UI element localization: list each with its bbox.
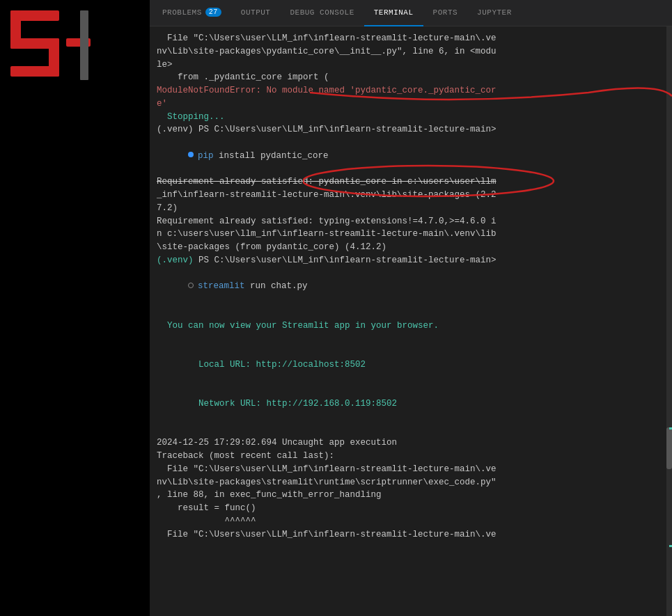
term-line-error: ModuleNotFoundError: No module named 'py…	[157, 84, 665, 97]
term-line-err1: 2024-12-25 17:29:02.694 Uncaught app exe…	[157, 436, 665, 450]
term-line-err6: result = func()	[157, 502, 665, 515]
term-line-streamlit-msg: You can now view your Streamlit app in y…	[157, 319, 665, 333]
term-line-req3: 7.2)	[157, 202, 665, 215]
filled-dot	[188, 152, 194, 157]
app-logo	[7, 7, 91, 104]
svg-rect-4	[10, 66, 59, 77]
term-line-err4: nv\Lib\site-packages\streamlit\runtime\s…	[157, 476, 665, 489]
tab-terminal[interactable]: TERMINAL	[364, 0, 423, 26]
term-line-err3: File "C:\Users\user\LLM_inf\inflearn-str…	[157, 463, 665, 476]
term-line-req5: n c:\users\user\llm_inf\inflearn-streaml…	[157, 228, 665, 241]
term-line-prompt2: (.venv) PS C:\Users\user\LLM_inf\inflear…	[157, 254, 665, 267]
term-line: le>	[157, 58, 665, 72]
term-line: File "C:\Users\user\LLM_inf\inflearn-str…	[157, 32, 665, 45]
tab-jupyter[interactable]: JUPYTER	[467, 0, 522, 26]
tab-debug-console[interactable]: DEBUG CONSOLE	[280, 0, 364, 26]
term-line-streamlit: streamlit run chat.py	[157, 267, 665, 306]
term-line-network-url: Network URL: http://192.168.0.119:8502	[157, 384, 665, 423]
term-line-requirement: Requirement already satisfied: pydantic_…	[157, 175, 665, 189]
term-line-err5: , line 88, in exec_func_with_error_handl…	[157, 489, 665, 502]
tab-label-debug: DEBUG CONSOLE	[290, 8, 354, 17]
term-line-err2: Traceback (most recent call last):	[157, 450, 665, 463]
term-line-req4: Requirement already satisfied: typing-ex…	[157, 215, 665, 228]
term-line-prompt1: (.venv) PS C:\Users\user\LLM_inf\inflear…	[157, 123, 665, 136]
empty-dot	[188, 283, 194, 288]
tab-label-terminal: TERMINAL	[374, 8, 414, 17]
term-line: nv\Lib\site-packages\pydantic_core\__ini…	[157, 45, 665, 58]
term-line-blank1	[157, 306, 665, 319]
tab-problems[interactable]: PROBLEMS 27	[153, 0, 231, 26]
svg-rect-6	[80, 10, 88, 80]
terminal-content[interactable]: File "C:\Users\user\LLM_inf\inflearn-str…	[150, 26, 672, 616]
scrollbar-track[interactable]	[666, 26, 672, 616]
term-line-pip: pip install pydantic_core	[157, 136, 665, 175]
term-line-req6: \site-packages (from pydantic_core) (4.1…	[157, 241, 665, 254]
scroll-indicator-2	[669, 545, 672, 547]
logo-area	[7, 7, 91, 108]
tab-label-output: OUTPUT	[241, 8, 271, 17]
problems-badge: 27	[205, 8, 221, 17]
tab-bar: PROBLEMS 27 OUTPUT DEBUG CONSOLE TERMINA…	[150, 0, 672, 26]
term-line-req2: _inf\inflearn-streamlit-lecture-main\.ve…	[157, 189, 665, 202]
tab-label-problems: PROBLEMS	[162, 8, 202, 17]
term-line-blank2	[157, 332, 665, 345]
main-area: PROBLEMS 27 OUTPUT DEBUG CONSOLE TERMINA…	[150, 0, 672, 616]
term-line-err7: ^^^^^^	[157, 515, 665, 528]
tab-label-jupyter: JUPYTER	[477, 8, 512, 17]
term-line-err8: File "C:\Users\user\LLM_inf\inflearn-str…	[157, 528, 665, 542]
term-line-error2: e'	[157, 97, 665, 111]
tab-output[interactable]: OUTPUT	[231, 0, 281, 26]
scrollbar-thumb[interactable]	[666, 427, 672, 469]
tab-label-ports: PORTS	[433, 8, 458, 17]
term-line-blank3	[157, 424, 665, 437]
term-line: from ._pydantic_core import (	[157, 71, 665, 84]
term-line-stopping: Stopping...	[157, 111, 665, 124]
scroll-indicator-1	[669, 427, 672, 429]
left-sidebar	[0, 0, 150, 616]
tab-ports[interactable]: PORTS	[423, 0, 468, 26]
term-line-local-url: Local URL: http://localhost:8502	[157, 345, 665, 384]
